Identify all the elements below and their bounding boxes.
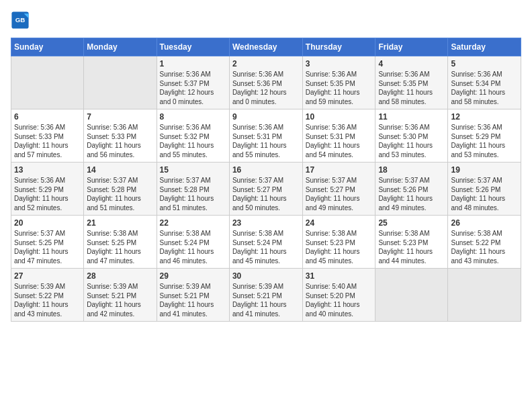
calendar-cell: 5Sunrise: 5:36 AM Sunset: 5:34 PM Daylig…	[448, 56, 521, 109]
cell-content: Sunrise: 5:37 AM Sunset: 5:27 PM Dayligh…	[232, 176, 300, 212]
calendar-cell: 19Sunrise: 5:37 AM Sunset: 5:26 PM Dayli…	[448, 163, 521, 216]
cell-content: Sunrise: 5:37 AM Sunset: 5:28 PM Dayligh…	[87, 176, 153, 212]
calendar-cell	[11, 56, 84, 109]
day-number: 21	[87, 218, 153, 228]
calendar-cell: 24Sunrise: 5:38 AM Sunset: 5:23 PM Dayli…	[302, 216, 375, 269]
day-number: 24	[306, 218, 373, 228]
svg-text:GB: GB	[15, 16, 26, 24]
day-number: 8	[160, 112, 226, 122]
cell-content: Sunrise: 5:38 AM Sunset: 5:24 PM Dayligh…	[232, 229, 300, 265]
cell-content: Sunrise: 5:36 AM Sunset: 5:37 PM Dayligh…	[160, 70, 226, 106]
cell-content: Sunrise: 5:36 AM Sunset: 5:33 PM Dayligh…	[14, 123, 81, 159]
cell-content: Sunrise: 5:39 AM Sunset: 5:21 PM Dayligh…	[232, 282, 300, 318]
week-row-2: 6Sunrise: 5:36 AM Sunset: 5:33 PM Daylig…	[11, 109, 521, 163]
day-number: 26	[451, 218, 518, 228]
calendar-cell: 7Sunrise: 5:36 AM Sunset: 5:33 PM Daylig…	[84, 109, 157, 163]
header-cell-thursday: Thursday	[302, 38, 375, 56]
calendar-cell: 15Sunrise: 5:37 AM Sunset: 5:28 PM Dayli…	[157, 163, 229, 216]
day-number: 3	[306, 59, 373, 68]
day-number: 30	[232, 271, 300, 281]
day-number: 10	[306, 112, 373, 122]
calendar-header: SundayMondayTuesdayWednesdayThursdayFrid…	[11, 38, 521, 56]
header-cell-friday: Friday	[375, 38, 448, 56]
day-number: 14	[87, 165, 153, 175]
cell-content: Sunrise: 5:38 AM Sunset: 5:25 PM Dayligh…	[87, 229, 153, 265]
day-number: 18	[378, 165, 445, 175]
day-number: 25	[378, 218, 445, 228]
header-cell-wednesday: Wednesday	[229, 38, 302, 56]
cell-content: Sunrise: 5:36 AM Sunset: 5:31 PM Dayligh…	[306, 123, 373, 159]
day-number: 22	[160, 218, 226, 228]
cell-content: Sunrise: 5:36 AM Sunset: 5:36 PM Dayligh…	[232, 70, 300, 106]
calendar-cell	[375, 269, 448, 322]
day-number: 1	[160, 59, 226, 68]
calendar-cell: 21Sunrise: 5:38 AM Sunset: 5:25 PM Dayli…	[84, 216, 157, 269]
calendar-cell: 25Sunrise: 5:38 AM Sunset: 5:23 PM Dayli…	[375, 216, 448, 269]
calendar-cell	[448, 269, 521, 322]
calendar-cell: 3Sunrise: 5:36 AM Sunset: 5:35 PM Daylig…	[302, 56, 375, 109]
calendar-cell: 23Sunrise: 5:38 AM Sunset: 5:24 PM Dayli…	[229, 216, 302, 269]
cell-content: Sunrise: 5:38 AM Sunset: 5:24 PM Dayligh…	[160, 229, 226, 265]
cell-content: Sunrise: 5:36 AM Sunset: 5:29 PM Dayligh…	[451, 123, 518, 159]
day-number: 16	[232, 165, 300, 175]
day-number: 13	[14, 165, 81, 175]
calendar-cell: 14Sunrise: 5:37 AM Sunset: 5:28 PM Dayli…	[84, 163, 157, 216]
calendar-cell: 17Sunrise: 5:37 AM Sunset: 5:27 PM Dayli…	[302, 163, 375, 216]
header-row: SundayMondayTuesdayWednesdayThursdayFrid…	[11, 38, 521, 56]
calendar-cell	[84, 56, 157, 109]
calendar-cell: 30Sunrise: 5:39 AM Sunset: 5:21 PM Dayli…	[229, 269, 302, 322]
day-number: 19	[451, 165, 518, 175]
cell-content: Sunrise: 5:40 AM Sunset: 5:20 PM Dayligh…	[306, 282, 373, 318]
cell-content: Sunrise: 5:39 AM Sunset: 5:22 PM Dayligh…	[14, 282, 81, 318]
calendar-cell: 10Sunrise: 5:36 AM Sunset: 5:31 PM Dayli…	[302, 109, 375, 163]
cell-content: Sunrise: 5:37 AM Sunset: 5:25 PM Dayligh…	[14, 229, 81, 265]
calendar-cell: 28Sunrise: 5:39 AM Sunset: 5:21 PM Dayli…	[84, 269, 157, 322]
cell-content: Sunrise: 5:37 AM Sunset: 5:27 PM Dayligh…	[306, 176, 373, 212]
calendar-cell: 20Sunrise: 5:37 AM Sunset: 5:25 PM Dayli…	[11, 216, 84, 269]
cell-content: Sunrise: 5:36 AM Sunset: 5:32 PM Dayligh…	[160, 123, 226, 159]
calendar-cell: 12Sunrise: 5:36 AM Sunset: 5:29 PM Dayli…	[448, 109, 521, 163]
day-number: 15	[160, 165, 226, 175]
cell-content: Sunrise: 5:36 AM Sunset: 5:29 PM Dayligh…	[14, 176, 81, 212]
day-number: 31	[306, 271, 373, 281]
calendar-cell: 9Sunrise: 5:36 AM Sunset: 5:31 PM Daylig…	[229, 109, 302, 163]
cell-content: Sunrise: 5:38 AM Sunset: 5:23 PM Dayligh…	[306, 229, 373, 265]
cell-content: Sunrise: 5:36 AM Sunset: 5:30 PM Dayligh…	[378, 123, 445, 159]
calendar-cell: 6Sunrise: 5:36 AM Sunset: 5:33 PM Daylig…	[11, 109, 84, 163]
week-row-1: 1Sunrise: 5:36 AM Sunset: 5:37 PM Daylig…	[11, 56, 521, 109]
day-number: 27	[14, 271, 81, 281]
cell-content: Sunrise: 5:37 AM Sunset: 5:28 PM Dayligh…	[160, 176, 226, 212]
calendar-cell: 1Sunrise: 5:36 AM Sunset: 5:37 PM Daylig…	[157, 56, 229, 109]
week-row-3: 13Sunrise: 5:36 AM Sunset: 5:29 PM Dayli…	[11, 163, 521, 216]
calendar-table: SundayMondayTuesdayWednesdayThursdayFrid…	[11, 38, 521, 322]
header-cell-saturday: Saturday	[448, 38, 521, 56]
day-number: 9	[232, 112, 300, 122]
cell-content: Sunrise: 5:36 AM Sunset: 5:33 PM Dayligh…	[87, 123, 153, 159]
cell-content: Sunrise: 5:37 AM Sunset: 5:26 PM Dayligh…	[451, 176, 518, 212]
calendar-cell: 31Sunrise: 5:40 AM Sunset: 5:20 PM Dayli…	[302, 269, 375, 322]
cell-content: Sunrise: 5:38 AM Sunset: 5:22 PM Dayligh…	[451, 229, 518, 265]
cell-content: Sunrise: 5:38 AM Sunset: 5:23 PM Dayligh…	[378, 229, 445, 265]
day-number: 29	[160, 271, 226, 281]
day-number: 23	[232, 218, 300, 228]
logo-icon: GB	[11, 11, 30, 30]
day-number: 11	[378, 112, 445, 122]
calendar-cell: 16Sunrise: 5:37 AM Sunset: 5:27 PM Dayli…	[229, 163, 302, 216]
cell-content: Sunrise: 5:36 AM Sunset: 5:35 PM Dayligh…	[378, 70, 445, 106]
day-number: 6	[14, 112, 81, 122]
calendar-cell: 29Sunrise: 5:39 AM Sunset: 5:21 PM Dayli…	[157, 269, 229, 322]
cell-content: Sunrise: 5:37 AM Sunset: 5:26 PM Dayligh…	[378, 176, 445, 212]
calendar-cell: 27Sunrise: 5:39 AM Sunset: 5:22 PM Dayli…	[11, 269, 84, 322]
day-number: 4	[378, 59, 445, 68]
cell-content: Sunrise: 5:36 AM Sunset: 5:35 PM Dayligh…	[306, 70, 373, 106]
header-cell-sunday: Sunday	[11, 38, 84, 56]
header-cell-tuesday: Tuesday	[157, 38, 229, 56]
calendar-cell: 13Sunrise: 5:36 AM Sunset: 5:29 PM Dayli…	[11, 163, 84, 216]
page-header: GB	[11, 11, 521, 30]
logo: GB	[11, 11, 32, 30]
calendar-cell: 8Sunrise: 5:36 AM Sunset: 5:32 PM Daylig…	[157, 109, 229, 163]
day-number: 5	[451, 59, 518, 68]
calendar-cell: 11Sunrise: 5:36 AM Sunset: 5:30 PM Dayli…	[375, 109, 448, 163]
cell-content: Sunrise: 5:39 AM Sunset: 5:21 PM Dayligh…	[160, 282, 226, 318]
day-number: 17	[306, 165, 373, 175]
